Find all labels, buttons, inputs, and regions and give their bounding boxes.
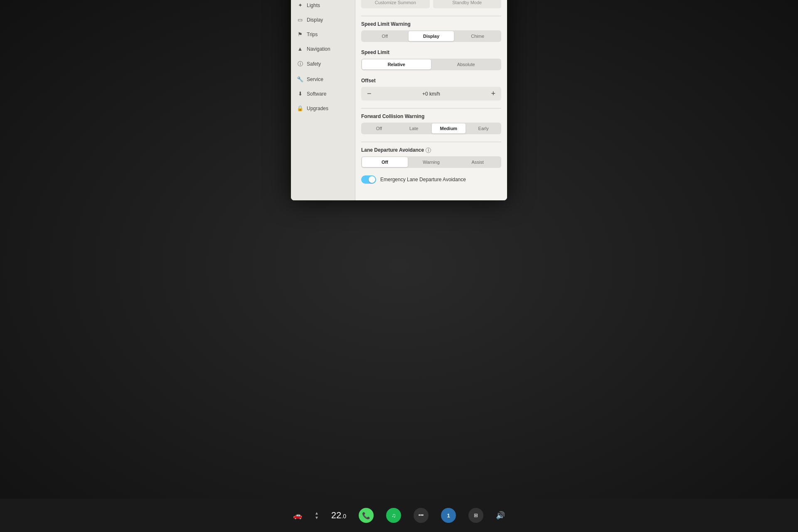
summon-section: Summon (Beta) Customize Summon Standby M…	[361, 0, 501, 8]
sidebar-item-trips[interactable]: ⚑ Trips	[291, 27, 355, 42]
sidebar-item-lights[interactable]: ✦ Lights	[291, 0, 355, 12]
divider3	[361, 142, 501, 142]
fcw-off-btn[interactable]: Off	[362, 123, 396, 133]
offset2-title: Offset	[361, 78, 501, 84]
temp-decimal: .0	[341, 513, 346, 520]
fcw-medium-btn[interactable]: Medium	[432, 123, 466, 133]
elda-label: Emergency Lane Departure Avoidance	[380, 177, 466, 182]
sidebar-item-service[interactable]: 🔧 Service	[291, 72, 355, 86]
slw-off-btn[interactable]: Off	[362, 31, 408, 41]
lights-icon: ✦	[297, 2, 303, 8]
offset2-value: +0 km/h	[378, 91, 485, 97]
temperature-display: 22.0	[331, 510, 346, 521]
elda-toggle-row: Emergency Lane Departure Avoidance	[361, 175, 501, 184]
trips-icon: ⚑	[297, 31, 303, 37]
sidebar-label-trips: Trips	[307, 32, 318, 37]
fcw-early-btn[interactable]: Early	[466, 123, 500, 133]
fcw-group: Off Late Medium Early	[361, 123, 501, 134]
sidebar-label-software: Software	[307, 91, 326, 97]
temp-value: 22	[331, 510, 341, 520]
lda-group: Off Warning Assist	[361, 156, 501, 168]
nav-button[interactable]: ⊞	[468, 508, 483, 523]
sidebar-item-navigation[interactable]: ▲ Navigation	[291, 42, 355, 56]
media-dots-button[interactable]: •••	[414, 508, 429, 523]
elda-section: Emergency Lane Departure Avoidance	[361, 175, 501, 184]
speed-limit-warning-group: Off Display Chime	[361, 30, 501, 42]
sidebar-item-safety[interactable]: ⓘ Safety	[291, 56, 355, 72]
fcw-title: Forward Collision Warning	[361, 113, 501, 119]
offset2-minus-btn[interactable]: −	[365, 89, 374, 99]
sidebar-label-lights: Lights	[307, 2, 320, 8]
lda-info-icon[interactable]: i	[426, 148, 431, 153]
bottom-up-chevron[interactable]: ▲▼	[315, 511, 319, 520]
fcw-late-btn[interactable]: Late	[397, 123, 431, 133]
navigation-icon: ▲	[297, 46, 303, 52]
lda-section: Lane Departure Avoidance i Off Warning A…	[361, 147, 501, 168]
summon-sub-buttons: Customize Summon Standby Mode	[361, 0, 501, 8]
main-screen: 🚗 ⚡ 📷 Profile ◉ LTE ⚡ 9:51 am ⚙ 🔍 Search…	[291, 0, 507, 200]
divider1	[361, 16, 501, 16]
sidebar-label-display: Display	[307, 17, 323, 23]
offset2-plus-btn[interactable]: +	[488, 89, 498, 99]
sl-absolute-btn[interactable]: Absolute	[432, 59, 501, 69]
divider2	[361, 108, 501, 108]
lda-warning-btn[interactable]: Warning	[409, 157, 454, 167]
display-icon: ▭	[297, 17, 303, 23]
sidebar-label-navigation: Navigation	[307, 46, 330, 52]
service-icon: 🔧	[297, 76, 303, 82]
speed-limit-section: Speed Limit Relative Absolute	[361, 49, 501, 70]
phone-button[interactable]: 📞	[359, 508, 374, 523]
lda-title: Lane Departure Avoidance i	[361, 147, 501, 153]
speed-limit-warning-title: Speed Limit Warning	[361, 21, 501, 27]
sidebar: 🔍 Search ⚙ Controls 🪑 Pedals & Steering …	[291, 0, 355, 200]
main-panel: Autopilot Features i Traffic-AwareCruise…	[355, 0, 507, 200]
sidebar-label-safety: Safety	[307, 61, 321, 67]
lda-assist-btn[interactable]: Assist	[455, 157, 500, 167]
fcw-section: Forward Collision Warning Off Late Mediu…	[361, 113, 501, 134]
safety-icon: ⓘ	[297, 60, 303, 68]
sidebar-label-upgrades: Upgrades	[307, 106, 328, 111]
standby-mode-btn[interactable]: Standby Mode	[433, 0, 502, 8]
software-icon: ⬇	[297, 91, 303, 97]
screen-content: 🔍 Search ⚙ Controls 🪑 Pedals & Steering …	[291, 0, 507, 200]
sidebar-item-upgrades[interactable]: 🔒 Upgrades	[291, 101, 355, 116]
upgrades-icon: 🔒	[297, 105, 303, 111]
sidebar-item-display[interactable]: ▭ Display	[291, 12, 355, 27]
lda-off-btn[interactable]: Off	[362, 157, 408, 167]
offset2-section: Offset − +0 km/h +	[361, 78, 501, 101]
volume-icon[interactable]: 🔊	[496, 511, 505, 520]
customize-summon-btn[interactable]: Customize Summon	[361, 0, 430, 8]
bottom-car-icon[interactable]: 🚗	[293, 511, 302, 520]
sidebar-label-service: Service	[307, 76, 323, 82]
slw-chime-btn[interactable]: Chime	[455, 31, 500, 41]
speed-limit-title: Speed Limit	[361, 49, 501, 55]
elda-toggle[interactable]	[361, 175, 376, 184]
speed-limit-group: Relative Absolute	[361, 59, 501, 70]
bottom-bar: 🚗 ▲▼ 22.0 📞 ♫ ••• 1 ⊞ 🔊	[0, 499, 798, 532]
offset2-control: − +0 km/h +	[361, 87, 501, 101]
speed-limit-warning-section: Speed Limit Warning Off Display Chime	[361, 21, 501, 42]
slw-display-btn[interactable]: Display	[409, 31, 454, 41]
sidebar-item-software[interactable]: ⬇ Software	[291, 86, 355, 101]
calendar-button[interactable]: 1	[441, 508, 456, 523]
spotify-button[interactable]: ♫	[386, 508, 401, 523]
sl-relative-btn[interactable]: Relative	[362, 59, 431, 69]
